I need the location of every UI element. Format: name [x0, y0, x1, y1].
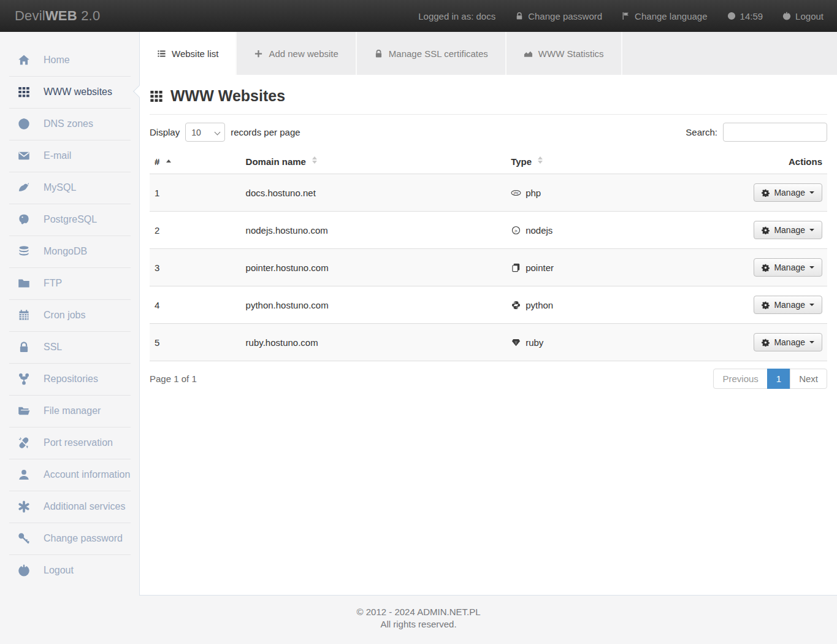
sidebar-item-logout[interactable]: Logout: [0, 554, 139, 586]
tab-www-statistics[interactable]: WWW Statistics: [505, 32, 622, 75]
page-title: WWW Websites: [170, 87, 285, 105]
sidebar-item-account-information[interactable]: Account information: [0, 459, 139, 491]
column-header-type[interactable]: Type: [506, 150, 749, 174]
sidebar-item-cron-jobs[interactable]: Cron jobs: [0, 299, 139, 331]
table-header-row: # Domain name Type Actions: [150, 150, 827, 174]
logout-label: Logout: [795, 11, 824, 21]
domain-name: nodejs.hostuno.com: [241, 212, 506, 249]
caret-down-icon: [809, 341, 814, 343]
row-actions: Manage: [749, 324, 827, 361]
manage-button-label: Manage: [774, 225, 805, 235]
globe-icon: [18, 118, 30, 130]
actions-header-label: Actions: [789, 156, 822, 167]
power-icon: [18, 564, 30, 577]
postgresql-icon: [18, 213, 30, 226]
table-body: 1docs.hostuno.netphpphpManage2nodejs.hos…: [150, 174, 827, 361]
home-icon: [18, 54, 30, 66]
manage-button[interactable]: Manage: [754, 183, 822, 202]
sidebar-item-port-reservation[interactable]: Port reservation: [0, 427, 139, 459]
manage-button[interactable]: Manage: [754, 221, 822, 239]
sidebar-item-repositories[interactable]: Repositories: [0, 363, 139, 395]
tab-add-new-website[interactable]: Add new website: [235, 32, 355, 75]
sidebar-item-file-manager[interactable]: File manager: [0, 395, 139, 427]
layout: HomeWWW websitesDNS zonesE-mailMySQLPost…: [0, 32, 837, 596]
content-panel: WWW Websites Display 10 records per page…: [140, 75, 837, 596]
type-label: pointer: [526, 263, 554, 273]
calendar-icon: [18, 309, 30, 321]
website-type: python: [506, 286, 749, 324]
key-icon: [18, 532, 30, 545]
table-row: 4python.hostuno.compythonManage: [150, 286, 827, 324]
sidebar-item-additional-services[interactable]: Additional services: [0, 491, 139, 523]
gear-icon: [762, 189, 770, 197]
manage-button[interactable]: Manage: [754, 333, 822, 351]
search-input[interactable]: [723, 123, 827, 142]
previous-page-button[interactable]: Previous: [713, 369, 767, 389]
records-per-page-select[interactable]: 10: [185, 123, 225, 142]
sidebar-item-ssl[interactable]: SSL: [0, 331, 139, 363]
column-header-domain[interactable]: Domain name: [241, 150, 506, 174]
asterisk-icon: [18, 500, 30, 513]
caret-down-icon: [809, 304, 814, 306]
search-label: Search:: [686, 127, 717, 137]
type-cell: jsnodejs: [511, 225, 744, 236]
topbar-logout[interactable]: Logout: [782, 11, 824, 21]
records-per-page-control: Display 10 records per page: [150, 123, 300, 142]
logged-in-label: Logged in as: docs: [418, 11, 495, 21]
footer-rights: All rights reserved.: [0, 618, 837, 631]
sidebar-item-label: Logout: [44, 565, 74, 576]
sidebar-item-home[interactable]: Home: [0, 44, 139, 76]
row-number: 1: [150, 174, 241, 212]
page-1-button[interactable]: 1: [767, 369, 790, 389]
mongodb-icon: [18, 245, 30, 258]
caret-down-icon: [809, 229, 814, 231]
manage-button[interactable]: Manage: [754, 258, 822, 277]
website-type: phpphp: [506, 174, 749, 212]
sidebar-item-mysql[interactable]: MySQL: [0, 172, 139, 204]
display-label: Display: [150, 127, 180, 137]
website-type: pointer: [506, 249, 749, 286]
sidebar-item-label: Change password: [44, 533, 123, 544]
svg-text:js: js: [514, 228, 518, 232]
tab-manage-ssl-certificates[interactable]: Manage SSL certificates: [356, 32, 505, 75]
manage-button-label: Manage: [774, 188, 805, 197]
change-language-label: Change language: [635, 11, 707, 21]
website-type: ruby: [506, 324, 749, 361]
sidebar-item-label: Port reservation: [44, 437, 113, 448]
topbar-change-language[interactable]: Change language: [622, 11, 707, 21]
svg-text:php: php: [514, 191, 519, 194]
column-header-actions: Actions: [749, 150, 827, 174]
sidebar-item-e-mail[interactable]: E-mail: [0, 140, 139, 172]
grid-icon: [150, 90, 163, 103]
brand-suffix: 2.0: [77, 8, 101, 23]
manage-button-label: Manage: [774, 263, 805, 272]
topbar: DevilWEB 2.0 Logged in as: docs Change p…: [0, 0, 837, 32]
domain-name: python.hostuno.com: [241, 286, 506, 324]
sidebar-item-label: WWW websites: [44, 86, 112, 98]
sidebar-item-change-password[interactable]: Change password: [0, 523, 139, 554]
sidebar-item-ftp[interactable]: FTP: [0, 267, 139, 299]
list-icon: [157, 49, 166, 58]
column-header-num[interactable]: #: [150, 150, 241, 174]
mysql-icon: [18, 182, 30, 194]
sidebar-item-mongodb[interactable]: MongoDB: [0, 236, 139, 267]
brand-bold: WEB: [45, 8, 77, 23]
table-row: 1docs.hostuno.netphpphpManage: [150, 174, 827, 212]
plus-icon: [254, 49, 263, 58]
next-page-button[interactable]: Next: [790, 369, 827, 389]
tab-strip: Website listAdd new websiteManage SSL ce…: [140, 32, 837, 75]
sidebar-item-postgresql[interactable]: PostgreSQL: [0, 204, 139, 236]
logged-in-as: Logged in as: docs: [418, 11, 495, 21]
type-cell: phpphp: [511, 188, 744, 198]
sidebar-item-label: Home: [44, 55, 70, 66]
pagination-row: Page 1 of 1 Previous 1 Next: [150, 369, 827, 389]
tab-label: Manage SSL certificates: [389, 48, 488, 59]
tab-website-list[interactable]: Website list: [140, 32, 235, 75]
manage-button[interactable]: Manage: [754, 296, 822, 314]
sidebar-item-label: File manager: [44, 405, 101, 416]
nodejs-icon: js: [511, 226, 521, 235]
sidebar-item-www-websites[interactable]: WWW websites: [0, 76, 139, 108]
sidebar-item-label: Repositories: [44, 374, 98, 385]
sidebar-item-dns-zones[interactable]: DNS zones: [0, 108, 139, 140]
topbar-change-password[interactable]: Change password: [515, 11, 602, 21]
